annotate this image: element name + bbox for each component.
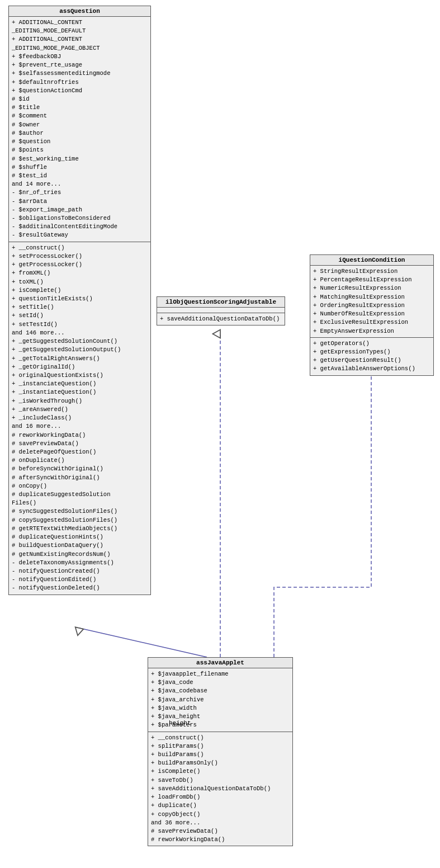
il-obj-title: ilObjQuestionScoringAdjustable bbox=[157, 297, 285, 308]
ass-java-applet-title: assJavaApplet bbox=[148, 658, 292, 668]
i-question-condition-title: iQuestionCondition bbox=[310, 255, 433, 266]
svg-line-3 bbox=[79, 628, 207, 657]
ass-question-attributes: + ADDITIONAL_CONTENT _EDITING_MODE_DEFAU… bbox=[9, 17, 150, 242]
il-obj-question-scoring-adjustable-box: ilObjQuestionScoringAdjustable + saveAdd… bbox=[157, 296, 285, 326]
i-question-condition-attributes: + StringResultExpression + PercentageRes… bbox=[310, 266, 433, 338]
ass-question-box: assQuestion + ADDITIONAL_CONTENT _EDITIN… bbox=[8, 6, 151, 595]
il-obj-methods: + saveAdditionalQuestionDataToDb() bbox=[157, 313, 285, 325]
i-question-condition-box: iQuestionCondition + StringResultExpress… bbox=[310, 254, 434, 376]
ass-java-applet-box: assJavaApplet + $javaapplet_filename + $… bbox=[148, 657, 293, 846]
il-obj-empty bbox=[157, 308, 285, 313]
i-question-condition-methods: + getOperators() + getExpressionTypes() … bbox=[310, 338, 433, 375]
height-label: height bbox=[169, 720, 191, 727]
diagram-container: assQuestion + ADDITIONAL_CONTENT _EDITIN… bbox=[0, 0, 440, 868]
ass-java-applet-methods: + __construct() + splitParams() + buildP… bbox=[148, 732, 292, 846]
ass-question-methods: + __construct() + setProcessLocker() + g… bbox=[9, 242, 150, 595]
ass-question-title: assQuestion bbox=[9, 6, 150, 17]
